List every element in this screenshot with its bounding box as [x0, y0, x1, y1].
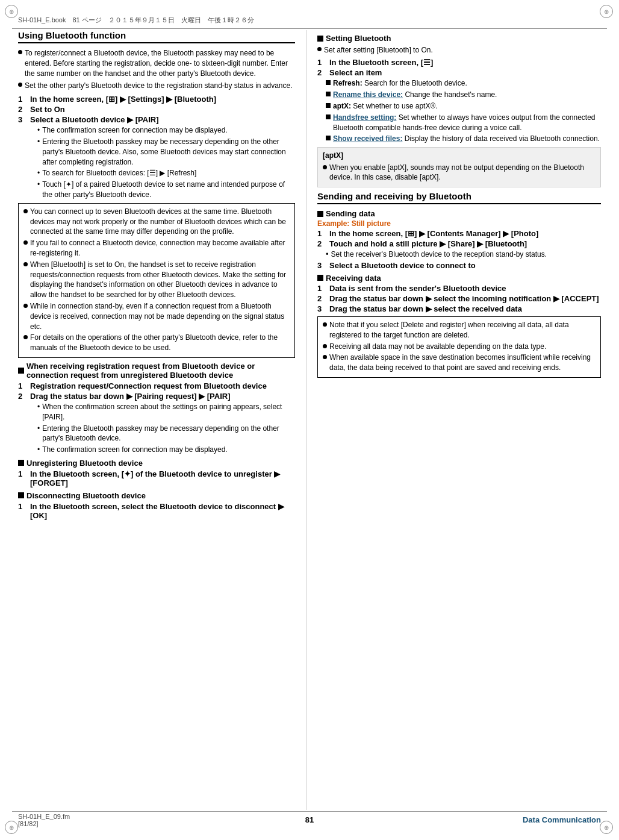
unregister-step-1-num: 1 — [18, 469, 28, 478]
step-1: 1 In the home screen, [⊞] ▶ [Settings] ▶… — [18, 95, 295, 104]
sub-dot-4: • — [37, 180, 40, 190]
setting-bt-title: Setting Bluetooth — [326, 34, 391, 43]
recv-note-circle-2 — [323, 344, 327, 348]
sub-text-2: Entering the Bluetooth passkey may be ne… — [42, 137, 295, 167]
send-step-2-num: 2 — [317, 239, 327, 248]
recv-step-2-label: Drag the status bar down ▶ select the in… — [329, 294, 599, 303]
setting-item-1: Refresh: Search for the Bluetooth device… — [326, 78, 601, 89]
note-text-4: While in connection stand-by, even if a … — [30, 301, 290, 331]
setting-step-1: 1 In the Bluetooth screen, [☰] — [317, 58, 601, 67]
col-divider — [306, 30, 306, 810]
recv-step-3: 3 Drag the status bar down ▶ select the … — [317, 304, 601, 313]
si-sq-4 — [326, 114, 331, 119]
recv-notes-box: Note that if you select [Delete and regi… — [317, 316, 601, 378]
sub-text-1: The confirmation screen for connection m… — [42, 125, 228, 136]
aptx-circle — [323, 165, 327, 169]
disconnect-title: Disconnecting Bluetooth device — [18, 491, 295, 500]
send-sub-text: Set the receiver's Bluetooth device to t… — [331, 249, 547, 260]
left-bullet-1: To register/connect a Bluetooth device, … — [18, 48, 295, 78]
when-step-1: 1 Registration request/Connection reques… — [18, 381, 295, 390]
when-sub-2: • Entering the Bluetooth passkey may be … — [37, 424, 295, 444]
when-sub-3: • The confirmation screen for connection… — [37, 445, 295, 455]
recv-note-circle-1 — [323, 322, 327, 327]
when-receiving-title: When receiving registration request from… — [18, 362, 295, 380]
setting-step-2-label: Select an item — [329, 68, 382, 77]
recv-step-1-num: 1 — [317, 284, 327, 293]
send-step-3-num: 3 — [317, 261, 327, 270]
black-square-r2 — [317, 211, 323, 217]
sub-dot-2: • — [37, 137, 40, 147]
black-square-1 — [18, 368, 24, 374]
setting-step-1-num: 1 — [317, 58, 327, 67]
si-text-3: aptX: Set whether to use aptX®. — [333, 101, 438, 111]
left-bullet-1-text: To register/connect a Bluetooth device, … — [25, 48, 295, 78]
when-sub-1: • When the confirmation screen about the… — [37, 402, 295, 422]
disconnect-step-1-label: In the Bluetooth screen, select the Blue… — [30, 502, 295, 520]
unregister-title-text: Unregistering Bluetooth device — [26, 459, 143, 468]
disconnect-step-1: 1 In the Bluetooth screen, select the Bl… — [18, 502, 295, 520]
recv-step-2-num: 2 — [317, 294, 327, 303]
send-step-1-label: In the home screen, [⊞] ▶ [Contents Mana… — [329, 229, 538, 238]
note-1: You can connect up to seven Bluetooth de… — [23, 207, 290, 237]
recv-step-3-num: 3 — [317, 304, 327, 313]
recv-note-1: Note that if you select [Delete and regi… — [323, 320, 596, 340]
setting-step-2-num: 2 — [317, 68, 327, 77]
when-step-1-num: 1 — [18, 381, 28, 390]
note-2: If you fail to connect a Bluetooth devic… — [23, 238, 290, 259]
note-text-1: You can connect up to seven Bluetooth de… — [30, 207, 290, 237]
when-step-2-label: Drag the status bar down ▶ [Pairing requ… — [30, 392, 231, 401]
black-square-3 — [18, 492, 24, 498]
aptx-note: When you enable [aptX], sounds may not b… — [323, 163, 596, 183]
right-column: Setting Bluetooth Set after setting [Blu… — [317, 30, 601, 810]
recv-note-3: When available space in the save destina… — [323, 353, 596, 373]
send-step2-sub: • Set the receiver's Bluetooth device to… — [326, 249, 601, 260]
step-3-num: 3 — [18, 115, 28, 124]
si-sq-2 — [326, 92, 331, 96]
step3-sub-1: • The confirmation screen for connection… — [37, 125, 295, 136]
step3-subs: • The confirmation screen for connection… — [26, 125, 295, 200]
sub-text-3: To search for Bluetooth devices: [☰] ▶ [… — [42, 168, 196, 178]
setting-step-1-label: In the Bluetooth screen, [☰] — [329, 58, 433, 67]
send-step-1-num: 1 — [317, 229, 327, 238]
recv-note-text-2: Receiving all data may not be available … — [329, 342, 546, 352]
unregister-step-1-label: In the Bluetooth screen, [✦] of the Blue… — [30, 469, 295, 487]
sub-dot-1: • — [37, 125, 40, 136]
step-2-num: 2 — [18, 105, 28, 114]
si-text-5: Show received files: Display the history… — [333, 134, 600, 144]
example-label: Example: Still picture — [317, 219, 601, 228]
step-3-label: Select a Bluetooth device ▶ [PAIR] — [30, 115, 158, 124]
setting-item-2: Rename this device: Change the handset's… — [326, 90, 601, 100]
send-step-2-label: Touch and hold a still picture ▶ [Share]… — [329, 239, 527, 248]
step-3: 3 Select a Bluetooth device ▶ [PAIR] — [18, 115, 295, 124]
receiving-data-title: Receiving data — [326, 274, 381, 283]
send-step-3: 3 Select a Bluetooth device to connect t… — [317, 261, 601, 270]
note-box-main: You can connect up to seven Bluetooth de… — [18, 203, 295, 358]
aptx-box: [aptX] When you enable [aptX], sounds ma… — [317, 147, 601, 187]
when-sub-text-2: Entering the Bluetooth passkey may be ne… — [42, 424, 295, 444]
step-2: 2 Set to On — [18, 105, 295, 114]
setting-bullet-circle — [317, 47, 322, 51]
footer-right: Data Communication — [523, 811, 601, 828]
section-title-bluetooth: Using Bluetooth function — [18, 30, 295, 43]
sub-dot-3: • — [37, 168, 40, 178]
header-bar: SH-01H_E.book 81 ページ ２０１５年９月１５日 火曜日 午後１時… — [12, 12, 607, 29]
recv-step-3-label: Drag the status bar down ▶ select the re… — [329, 304, 522, 313]
recv-step-1: 1 Data is sent from the sender's Bluetoo… — [317, 284, 601, 293]
si-text-1: Refresh: Search for the Bluetooth device… — [333, 78, 467, 89]
when-sub-text-3: The confirmation screen for connection m… — [42, 445, 228, 455]
note-5: For details on the operations of the oth… — [23, 333, 290, 353]
setting-item-3: aptX: Set whether to use aptX®. — [326, 101, 601, 111]
setting-bullet-text: Set after setting [Bluetooth] to On. — [324, 45, 433, 55]
step3-sub-4: • Touch [✦] of a paired Bluetooth device… — [37, 180, 295, 200]
aptx-text: When you enable [aptX], sounds may not b… — [329, 163, 596, 183]
unregister-step-1: 1 In the Bluetooth screen, [✦] of the Bl… — [18, 469, 295, 487]
step-1-label: In the home screen, [⊞] ▶ [Settings] ▶ [… — [30, 95, 216, 104]
note-circle-3 — [23, 262, 28, 266]
step-1-num: 1 — [18, 95, 28, 104]
sub-text-4: Touch [✦] of a paired Bluetooth device t… — [42, 180, 295, 200]
when-step2-subs: • When the confirmation screen about the… — [26, 402, 295, 455]
setting-bullet: Set after setting [Bluetooth] to On. — [317, 45, 601, 55]
when-receiving-title-text: When receiving registration request from… — [26, 362, 295, 380]
aptx-label: [aptX] — [323, 151, 596, 161]
black-square-r1 — [317, 36, 323, 42]
